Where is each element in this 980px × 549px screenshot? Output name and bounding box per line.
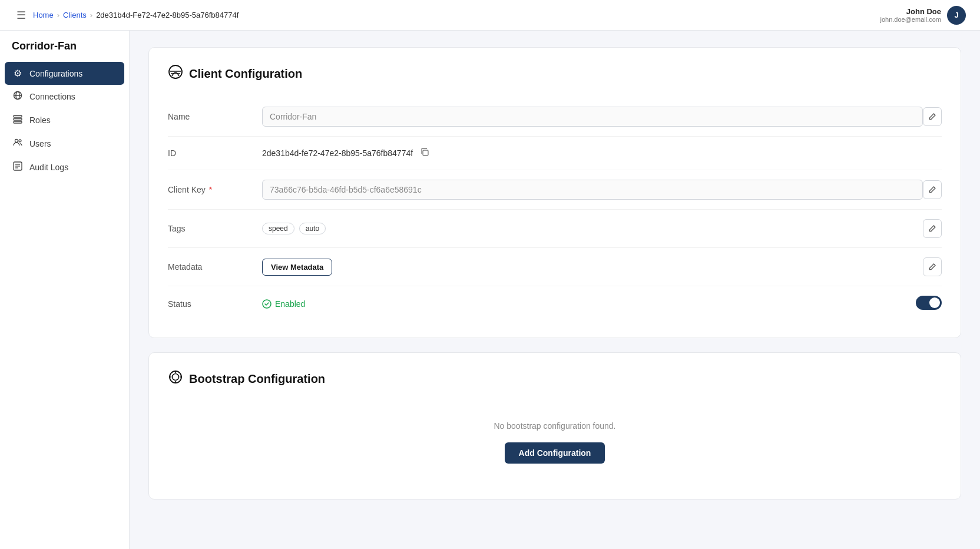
sidebar-toggle-icon[interactable]: ☰ [14, 6, 28, 24]
svg-rect-5 [14, 121, 22, 123]
bootstrap-empty-message: No bootstrap configuration found. [168, 421, 942, 431]
status-badge: Enabled [262, 299, 305, 309]
sidebar-label-connections: Connections [29, 92, 75, 101]
bootstrap-config-icon [168, 369, 183, 388]
bootstrap-empty-state: No bootstrap configuration found. Add Co… [168, 402, 942, 482]
client-key-edit-button[interactable] [923, 180, 942, 199]
status-label: Status [168, 299, 262, 309]
name-label: Name [168, 112, 262, 121]
breadcrumb-sep-1: › [57, 11, 59, 19]
status-value: Enabled [262, 299, 909, 309]
user-details: John Doe john.doe@email.com [880, 7, 942, 23]
tags-value: speed auto [262, 223, 923, 234]
sidebar-item-roles[interactable]: Roles [0, 108, 129, 132]
copy-id-button[interactable] [418, 146, 432, 160]
id-label: ID [168, 148, 262, 158]
status-text: Enabled [275, 299, 305, 309]
breadcrumb: Home › Clients › 2de31b4d-Fe72-47e2-8b95… [33, 11, 239, 19]
bootstrap-config-card: Bootstrap Configuration No bootstrap con… [148, 352, 961, 500]
id-row: ID 2de31b4d-fe72-47e2-8b95-5a76fb84774f [168, 137, 942, 170]
status-toggle[interactable] [916, 296, 942, 310]
sidebar-item-connections[interactable]: Connections [0, 85, 129, 108]
name-edit-button[interactable] [923, 107, 942, 126]
view-metadata-button[interactable]: View Metadata [262, 259, 332, 276]
svg-point-7 [19, 140, 21, 142]
client-key-input [262, 180, 923, 200]
sidebar-title: Corridor-Fan [0, 40, 129, 62]
top-nav: ☰ Home › Clients › 2de31b4d-Fe72-47e2-8b… [0, 0, 980, 31]
client-key-label: Client Key * [168, 185, 262, 194]
breadcrumb-clients[interactable]: Clients [63, 11, 87, 19]
main-content: Client Configuration Name ID 2de31b4d-f [130, 31, 980, 549]
sidebar: Corridor-Fan ⚙ Configurations Connection… [0, 31, 130, 549]
sidebar-item-users[interactable]: Users [0, 132, 129, 156]
audit-logs-icon [12, 161, 24, 173]
breadcrumb-client-id: 2de31b4d-Fe72-47e2-8b95-5a76fb84774f [96, 11, 239, 19]
status-toggle-wrap [916, 296, 942, 312]
sidebar-label-users: Users [29, 139, 51, 148]
breadcrumb-sep-2: › [90, 11, 92, 19]
svg-point-18 [173, 374, 179, 381]
breadcrumb-home[interactable]: Home [33, 11, 54, 19]
client-key-actions [923, 180, 942, 199]
enabled-check-icon [262, 299, 272, 309]
client-config-title: Client Configuration [168, 64, 942, 83]
user-name: John Doe [880, 7, 942, 16]
tags-edit-button[interactable] [923, 219, 942, 238]
tag-auto: auto [299, 223, 326, 234]
id-value: 2de31b4d-fe72-47e2-8b95-5a76fb84774f [262, 148, 413, 158]
svg-rect-15 [423, 150, 428, 156]
tags-label: Tags [168, 224, 262, 233]
connections-icon [12, 91, 24, 102]
name-actions [923, 107, 942, 126]
svg-point-12 [169, 65, 182, 78]
nav-left: ☰ Home › Clients › 2de31b4d-Fe72-47e2-8b… [14, 6, 239, 24]
svg-rect-3 [14, 115, 22, 117]
metadata-row: Metadata View Metadata [168, 248, 942, 286]
sidebar-label-configurations: Configurations [29, 69, 82, 78]
avatar: J [947, 6, 966, 25]
metadata-edit-button[interactable] [923, 257, 942, 276]
name-row: Name [168, 97, 942, 137]
metadata-label: Metadata [168, 262, 262, 272]
metadata-value: View Metadata [262, 259, 923, 276]
sidebar-item-audit-logs[interactable]: Audit Logs [0, 156, 129, 179]
sidebar-label-audit-logs: Audit Logs [29, 163, 68, 172]
bootstrap-config-heading: Bootstrap Configuration [189, 372, 325, 386]
tags-row: Tags speed auto [168, 210, 942, 248]
client-config-heading: Client Configuration [189, 67, 302, 81]
id-value-wrap: 2de31b4d-fe72-47e2-8b95-5a76fb84774f [262, 146, 942, 160]
client-key-value [262, 180, 923, 200]
user-info: John Doe john.doe@email.com J [880, 6, 966, 25]
tag-speed: speed [262, 223, 294, 234]
name-input [262, 107, 923, 127]
metadata-actions [923, 257, 942, 276]
users-icon [12, 138, 24, 150]
add-configuration-button[interactable]: Add Configuration [505, 442, 605, 464]
status-actions [909, 296, 942, 312]
svg-point-6 [15, 140, 18, 143]
user-email: john.doe@email.com [880, 16, 942, 23]
client-config-icon [168, 64, 183, 83]
client-key-row: Client Key * [168, 170, 942, 210]
tags-actions [923, 219, 942, 238]
bootstrap-config-title: Bootstrap Configuration [168, 369, 942, 388]
name-value [262, 107, 923, 127]
svg-rect-4 [14, 118, 22, 120]
layout: Corridor-Fan ⚙ Configurations Connection… [0, 31, 980, 549]
status-row: Status Enabled [168, 286, 942, 321]
roles-icon [12, 114, 24, 126]
client-config-card: Client Configuration Name ID 2de31b4d-f [148, 47, 961, 338]
sidebar-label-roles: Roles [29, 115, 51, 125]
required-marker: * [207, 185, 212, 194]
sidebar-item-configurations[interactable]: ⚙ Configurations [5, 62, 124, 85]
gear-icon: ⚙ [12, 68, 24, 79]
